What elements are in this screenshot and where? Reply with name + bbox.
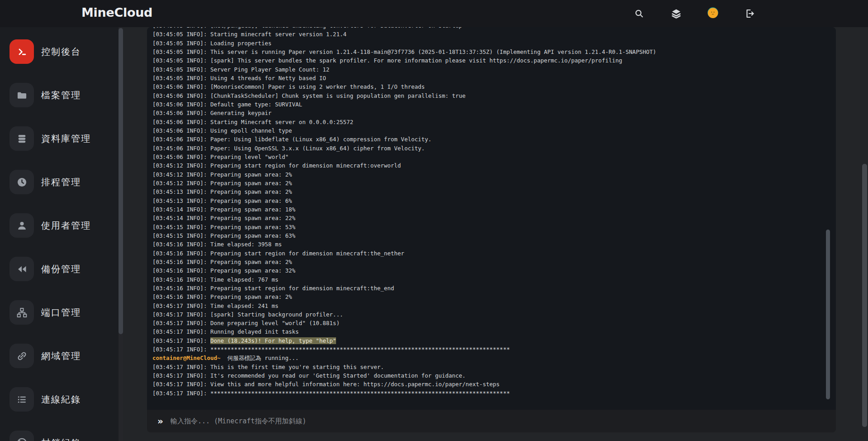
log-line: [03:45:06 INFO]: Paper: Using OpenSSL 3.…: [152, 144, 836, 153]
log-line: [03:45:16 INFO]: Preparing start region …: [152, 249, 836, 258]
sidebar-item-network[interactable]: 端口管理: [0, 291, 119, 334]
sidebar-item-user[interactable]: 使用者管理: [0, 204, 119, 247]
sidebar-item-rewind[interactable]: 備份管理: [0, 247, 119, 291]
terminal-icon: [9, 39, 34, 64]
log-line: [03:45:17 INFO]: Running delayed init ta…: [152, 327, 836, 336]
log-line: [03:45:15 INFO]: Preparing spawn area: 5…: [152, 223, 836, 231]
log-line: [03:45:06 INFO]: Using epoll channel typ…: [152, 126, 836, 135]
log-line: [03:45:16 INFO]: Preparing spawn area: 2…: [152, 292, 836, 301]
layers-icon[interactable]: [671, 8, 682, 19]
log-line: [03:45:05 INFO]: Loading properties: [152, 39, 836, 48]
sidebar-item-link[interactable]: 網域管理: [0, 334, 119, 378]
command-bar: »: [147, 410, 836, 432]
console-log[interactable]: [03:45:05 INFO]: [Net/pangaea]] launched…: [147, 27, 836, 410]
log-line: [03:45:12 INFO]: Preparing spawn area: 2…: [152, 179, 836, 187]
log-line: container@MineCloud~ 伺服器標記為 running...: [152, 354, 836, 362]
app-title: MineCloud: [81, 5, 152, 19]
log-line: [03:45:05 INFO]: This server is running …: [152, 48, 836, 56]
log-line: [03:45:16 INFO]: Preparing start region …: [152, 284, 836, 292]
log-line: [03:45:05 INFO]: Starting minecraft serv…: [152, 30, 836, 38]
log-line: [03:45:17 INFO]: ***********************…: [152, 345, 836, 354]
log-line: [03:45:14 INFO]: Preparing spawn area: 2…: [152, 214, 836, 222]
log-line: [03:45:16 INFO]: Preparing spawn area: 2…: [152, 258, 836, 266]
sidebar-item-label: 排程管理: [41, 176, 81, 188]
log-line: [03:45:17 INFO]: This is the first time …: [152, 363, 836, 371]
log-line: [03:45:06 INFO]: Generating keypair: [152, 109, 836, 117]
clock-icon: [9, 170, 34, 194]
avatar[interactable]: [707, 7, 718, 18]
list-icon: [9, 387, 34, 412]
command-input[interactable]: [170, 417, 827, 426]
log-line: [03:45:06 INFO]: [ChunkTaskScheduler] Ch…: [152, 91, 836, 100]
sidebar-item-terminal[interactable]: 控制後台: [0, 30, 119, 73]
log-line: [03:45:12 INFO]: Preparing start region …: [152, 161, 836, 170]
database-icon: [9, 126, 34, 151]
sidebar-nav: 控制後台檔案管理資料庫管理排程管理使用者管理備份管理端口管理網域管理連線紀錄封鎖…: [0, 27, 119, 441]
log-line: [03:45:06 INFO]: [MoonriseCommon] Paper …: [152, 82, 836, 91]
log-line: [03:45:17 INFO]: View this and more help…: [152, 380, 836, 388]
sidebar-item-database[interactable]: 資料庫管理: [0, 117, 119, 160]
search-icon[interactable]: [634, 8, 645, 19]
log-line: [03:45:17 INFO]: ***********************…: [152, 389, 836, 398]
highlighted-log-text: Done (18.243s)! For help, type "help": [210, 337, 336, 344]
sidebar-scrollbar-thumb[interactable]: [119, 28, 123, 334]
log-line: [03:45:05 INFO]: [spark] This server bun…: [152, 56, 836, 65]
sidebar-item-label: 端口管理: [41, 307, 81, 319]
sidebar-item-label: 資料庫管理: [41, 133, 91, 145]
log-line: [03:45:15 INFO]: Preparing spawn area: 6…: [152, 231, 836, 240]
log-line: [03:45:05 INFO]: Server Ping Player Samp…: [152, 65, 836, 74]
log-line: [03:45:17 INFO]: [spark] Starting backgr…: [152, 310, 836, 319]
log-line: [03:45:13 INFO]: Preparing spawn area: 6…: [152, 197, 836, 205]
log-line: [03:45:17 INFO]: Done (18.243s)! For hel…: [152, 336, 836, 345]
log-line: [03:45:14 INFO]: Preparing spawn area: 1…: [152, 205, 836, 214]
page-scrollbar-thumb[interactable]: [862, 164, 867, 427]
network-icon: [9, 300, 34, 325]
sidebar-item-clock[interactable]: 排程管理: [0, 160, 119, 204]
link-icon: [9, 344, 34, 368]
sidebar-item-label: 檔案管理: [41, 89, 81, 101]
log-line: [03:45:06 INFO]: Paper: Using libdeflate…: [152, 135, 836, 144]
sidebar-item-ban[interactable]: 封鎖紀錄: [0, 421, 119, 441]
console-scrollbar-thumb[interactable]: [826, 230, 830, 399]
user-icon: [9, 213, 34, 238]
sidebar-item-label: 備份管理: [41, 263, 81, 275]
sidebar-item-label: 控制後台: [41, 46, 81, 58]
header-bar: MineCloud: [0, 0, 868, 27]
sidebar-item-label: 使用者管理: [41, 220, 91, 232]
sidebar-item-list[interactable]: 連線紀錄: [0, 378, 119, 421]
log-output: [03:45:05 INFO]: [Net/pangaea]] launched…: [152, 27, 836, 398]
log-line: [03:45:17 INFO]: It's recommended you re…: [152, 371, 836, 380]
log-line: [03:45:16 INFO]: Time elapsed: 3958 ms: [152, 240, 836, 249]
log-line: [03:45:06 INFO]: Default game type: SURV…: [152, 100, 836, 109]
log-line: [03:45:06 INFO]: Starting Minecraft serv…: [152, 118, 836, 126]
ban-icon: [9, 431, 34, 441]
log-line: [03:45:16 INFO]: Time elapsed: 767 ms: [152, 275, 836, 284]
log-line: [03:45:13 INFO]: Preparing spawn area: 2…: [152, 187, 836, 196]
log-line: [03:45:17 INFO]: Done preparing level "w…: [152, 319, 836, 327]
sidebar-item-folder[interactable]: 檔案管理: [0, 73, 119, 117]
sidebar-item-label: 連線紀錄: [41, 393, 81, 406]
prompt-chevrons-icon: »: [157, 417, 163, 426]
sidebar-item-label: 封鎖紀錄: [41, 437, 81, 441]
log-line: [03:45:12 INFO]: Preparing spawn area: 2…: [152, 170, 836, 179]
container-prompt: container@MineCloud~: [152, 355, 221, 361]
log-line: [03:45:16 INFO]: Preparing spawn area: 3…: [152, 266, 836, 275]
log-line: [03:45:17 INFO]: Time elapsed: 241 ms: [152, 302, 836, 310]
rewind-icon: [9, 257, 34, 281]
log-line: [03:45:06 INFO]: Preparing level "world": [152, 153, 836, 161]
sidebar-item-label: 網域管理: [41, 350, 81, 362]
folder-icon: [9, 83, 34, 107]
log-line: [03:45:05 INFO]: Using 4 threads for Net…: [152, 74, 836, 82]
minecloud-app: { "app": { "title": "MineCloud" }, "head…: [0, 0, 868, 441]
logout-icon[interactable]: [745, 8, 755, 19]
